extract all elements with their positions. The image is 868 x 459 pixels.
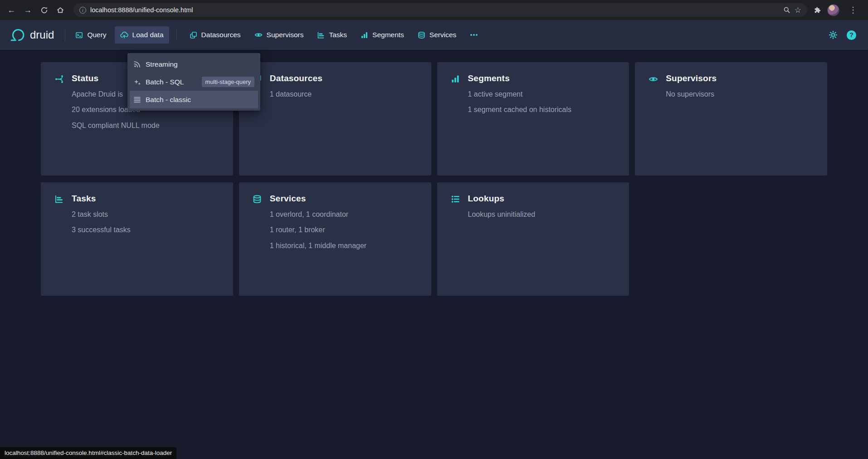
zoom-icon[interactable] <box>783 6 790 14</box>
nav-item-supervisors[interactable]: Supervisors <box>249 26 309 44</box>
header-actions: ? <box>829 30 858 40</box>
nav-item-segments[interactable]: Segments <box>355 26 410 44</box>
card-line: SQL compliant NULL mode <box>72 122 222 130</box>
nav-item-tasks[interactable]: Tasks <box>312 26 352 44</box>
properties-icon <box>451 195 460 204</box>
card-title: Services <box>270 194 420 204</box>
nav-label: Tasks <box>329 31 347 39</box>
nav-label: Datasources <box>201 31 241 39</box>
sparkle-icon <box>133 78 141 86</box>
card-line: Lookups uninitialized <box>468 210 619 219</box>
datasources-card[interactable]: Datasources 1 datasource <box>239 62 431 176</box>
fork-icon <box>54 74 64 84</box>
eye-icon <box>649 74 658 84</box>
card-line: 1 overlord, 1 coordinator <box>270 210 420 219</box>
menu-item-label: Batch - SQL <box>146 78 184 86</box>
cloud-upload-icon <box>120 31 128 39</box>
database-icon <box>253 195 262 204</box>
bar-chart-icon <box>361 31 368 39</box>
url-text[interactable]: localhost:8888/unified-console.html <box>90 6 193 14</box>
header-divider <box>65 29 65 41</box>
druid-header: druid Query Load data Datasources <box>0 20 868 50</box>
gantt-icon <box>317 31 325 39</box>
more-dots-icon <box>470 31 478 39</box>
back-icon[interactable]: ← <box>4 2 19 18</box>
console-icon <box>75 31 83 39</box>
card-title: Tasks <box>72 194 222 204</box>
card-line: 2 task slots <box>72 210 222 219</box>
services-card[interactable]: Services 1 overlord, 1 coordinator 1 rou… <box>239 182 431 296</box>
bar-chart-icon <box>451 74 460 83</box>
menu-item-label: Batch - classic <box>146 96 191 104</box>
druid-logo-icon <box>10 27 25 43</box>
nav-label: Query <box>87 31 106 39</box>
address-bar[interactable]: i localhost:8888/unified-console.html ☆ <box>73 3 807 17</box>
browser-menu-icon[interactable]: ⋮ <box>845 2 861 18</box>
database-icon <box>418 31 425 39</box>
card-line: No supervisors <box>666 90 816 98</box>
help-icon[interactable]: ? <box>847 30 856 40</box>
card-line: 1 active segment <box>468 90 619 98</box>
list-icon <box>133 96 141 103</box>
forward-icon[interactable]: → <box>20 2 35 18</box>
card-title: Supervisors <box>666 73 816 83</box>
nav-label: Load data <box>132 31 164 39</box>
browser-actions: ⋮ <box>814 2 861 18</box>
card-line: 1 historical, 1 middle manager <box>270 242 420 250</box>
menu-item-label: Streaming <box>146 60 178 68</box>
card-line: 1 segment cached on historicals <box>468 106 619 114</box>
lookups-card[interactable]: Lookups Lookups uninitialized <box>437 182 629 296</box>
nav-item-query[interactable]: Query <box>70 26 112 44</box>
eye-icon <box>254 31 263 39</box>
card-title: Datasources <box>270 73 420 83</box>
nav-item-services[interactable]: Services <box>412 26 462 44</box>
card-line: 1 datasource <box>270 90 420 98</box>
profile-avatar[interactable] <box>827 4 839 16</box>
nav-label: Segments <box>372 31 404 39</box>
nav-more-button[interactable] <box>464 26 483 44</box>
nav-item-datasources[interactable]: Datasources <box>184 26 246 44</box>
reload-icon[interactable] <box>36 2 52 18</box>
stacked-boxes-icon <box>190 31 197 39</box>
card-title: Lookups <box>468 194 619 204</box>
home-icon[interactable] <box>53 2 68 18</box>
bookmark-star-icon[interactable]: ☆ <box>795 6 801 14</box>
card-title: Segments <box>468 73 619 83</box>
site-info-icon[interactable]: i <box>79 7 86 14</box>
tasks-card[interactable]: Tasks 2 task slots 3 successful tasks <box>41 182 233 296</box>
nav-divider <box>176 29 177 41</box>
feed-icon <box>133 60 141 68</box>
extensions-puzzle-icon[interactable] <box>814 6 821 14</box>
link-status-bar: localhost:8888/unified-console.html#clas… <box>0 447 176 459</box>
card-line: 3 successful tasks <box>72 226 222 234</box>
card-line: 1 router, 1 broker <box>270 226 420 234</box>
druid-logo[interactable]: druid <box>10 27 54 43</box>
main-nav: Query Load data Datasources Supervisors <box>70 26 483 44</box>
gear-icon[interactable] <box>829 30 838 39</box>
menu-item-batch-classic[interactable]: Batch - classic <box>130 91 258 108</box>
gantt-icon <box>54 195 63 204</box>
load-data-menu: Streaming Batch - SQL multi-stage-query … <box>127 53 260 111</box>
segments-card[interactable]: Segments 1 active segment 1 segment cach… <box>437 62 629 176</box>
browser-toolbar: ← → i localhost:8888/unified-console.htm… <box>0 0 868 20</box>
multi-stage-query-tag: multi-stage-query <box>202 77 254 87</box>
menu-item-streaming[interactable]: Streaming <box>130 55 258 73</box>
supervisors-card[interactable]: Supervisors No supervisors <box>635 62 827 176</box>
nav-label: Services <box>429 31 456 39</box>
nav-item-load-data[interactable]: Load data <box>115 26 169 44</box>
menu-item-batch-sql[interactable]: Batch - SQL multi-stage-query <box>130 73 258 91</box>
nav-label: Supervisors <box>267 31 304 39</box>
druid-logo-text: druid <box>30 29 54 41</box>
